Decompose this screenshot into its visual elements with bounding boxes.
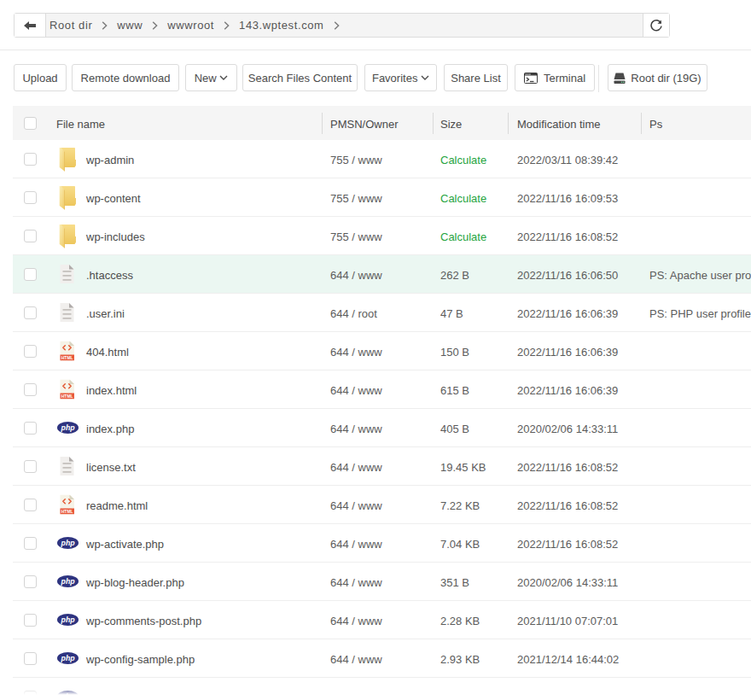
svg-text:HTML: HTML [61,355,73,360]
svg-text:php: php [61,539,76,547]
svg-text:HTML: HTML [61,394,73,399]
svg-text:php: php [61,654,76,662]
svg-text:php: php [61,423,76,432]
svg-text:php: php [61,577,76,586]
svg-text:php: php [61,615,76,624]
svg-text:HTML: HTML [61,509,73,514]
